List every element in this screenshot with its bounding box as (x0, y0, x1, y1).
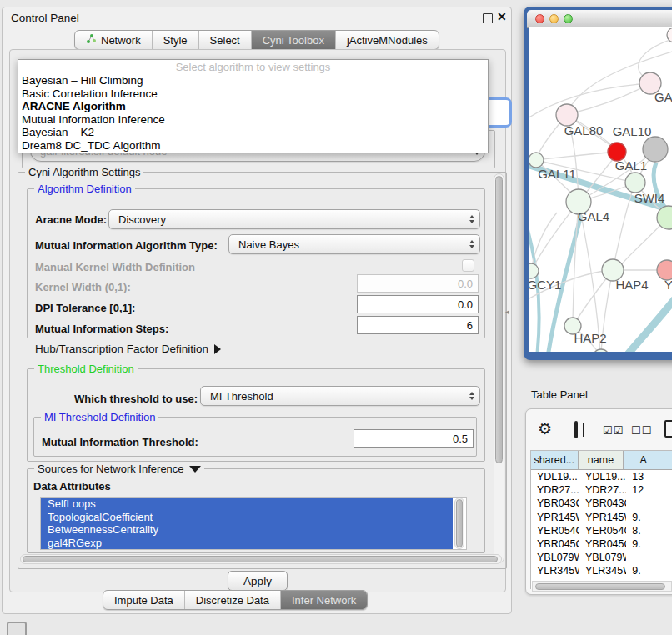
table-cell: YDR27... (531, 483, 579, 497)
algorithm-option-aracne-algorithm[interactable]: ARACNE Algorithm (18, 100, 488, 113)
table-horizontal-scrollbar-thumb[interactable] (535, 583, 665, 590)
attributes-scrollbar-thumb[interactable] (456, 499, 463, 548)
attribute-item-selfloops[interactable]: SelfLoops (41, 498, 453, 511)
kernel-width-input[interactable]: 0.0 (357, 274, 479, 292)
split-columns-icon[interactable] (574, 421, 578, 438)
desktop: { "colors": { "selection_blue": "#3c68c6… (0, 0, 672, 635)
hub-definition-label: Hub/Transcription Factor Definition (35, 342, 208, 355)
select-all-checkboxes-icon[interactable]: ☑☑ (603, 424, 624, 437)
table-row[interactable]: YLR345WYLR345W9. (531, 564, 672, 578)
column-header-shared[interactable]: shared... (531, 451, 579, 469)
table-row[interactable]: YPR145WYPR145W9. (531, 511, 672, 524)
network-window: GAL7GAL80GAL10GAL11GAL1SWI4GAL4GCY1HAP4Y… (524, 7, 672, 360)
aracne-mode-label: Aracne Mode: (35, 213, 107, 226)
attribute-item-gal4rgexp[interactable]: gal4RGexp (41, 537, 453, 550)
tab-label: Discretize Data (196, 594, 269, 607)
aracne-mode-combo[interactable]: Discovery (108, 209, 480, 229)
network-node-label: GAL7 (654, 90, 672, 104)
network-node-label: HAP2 (574, 331, 606, 345)
settings-horizontal-scrollbar[interactable] (20, 554, 502, 564)
data-attributes-label: Data Attributes (33, 480, 111, 492)
network-canvas[interactable]: GAL7GAL80GAL10GAL11GAL1SWI4GAL4GCY1HAP4Y… (529, 27, 672, 352)
table-cell: 9. (626, 538, 672, 551)
mi-steps-input[interactable]: 6 (357, 316, 479, 334)
network-node-gal11[interactable] (529, 152, 544, 168)
network-node-label: Y (664, 278, 672, 292)
network-node-gal1[interactable] (625, 172, 645, 192)
table-body: YDL19...YDL19...13YDR27...YDR27...12YBR0… (531, 470, 672, 589)
table-row[interactable]: YDR27...YDR27...12 (531, 483, 672, 497)
cyni-tab-impute-data[interactable]: Impute Data (103, 591, 184, 609)
gear-icon[interactable]: ⚙ (538, 419, 552, 438)
algorithm-option-bayesian-k2[interactable]: Bayesian – K2 (18, 126, 488, 139)
cyni-bottom-tabbar: Impute DataDiscretize DataInfer Network (103, 590, 368, 610)
deselect-all-checkboxes-icon[interactable]: ☐☐ (631, 424, 652, 437)
settings-vertical-scrollbar[interactable] (494, 173, 504, 563)
tab-style[interactable]: Style (152, 31, 198, 49)
network-window-titlebar[interactable] (527, 10, 672, 28)
table-cell: YER054C (531, 524, 579, 538)
network-node-label: GAL1 (615, 158, 647, 172)
manual-kernel-width-label: Manual Kernel Width Definition (35, 261, 195, 273)
manual-kernel-width-checkbox[interactable] (462, 259, 474, 272)
splitter-arrow-icon[interactable]: ◂ (505, 308, 509, 316)
mi-algorithm-type-label: Mutual Information Algorithm Type: (35, 239, 218, 252)
table-cell (626, 497, 672, 510)
table-cell: YBL079W (579, 551, 626, 564)
algorithm-option-bayesian-hill-climbing[interactable]: Bayesian – Hill Climbing (18, 74, 488, 88)
settings-vertical-scrollbar-thumb[interactable] (495, 176, 503, 463)
hub-definition-section[interactable]: Hub/Transcription Factor Definition (35, 342, 221, 355)
tab-select[interactable]: Select (198, 31, 251, 49)
minimize-traffic-light-icon[interactable] (549, 14, 559, 23)
table-row[interactable]: YDL19...YDL19...13 (531, 470, 672, 483)
tab-cyni-toolbox[interactable]: Cyni Toolbox (251, 31, 335, 49)
table-cell: YBR045C (531, 538, 579, 551)
network-node-gcy1[interactable] (529, 263, 539, 278)
cyni-tab-infer-network[interactable]: Infer Network (280, 591, 367, 609)
table-cell: YBR045C (579, 538, 626, 551)
algorithm-option-basic-correlation-inference[interactable]: Basic Correlation Inference (18, 88, 488, 101)
settings-horizontal-scrollbar-thumb[interactable] (23, 556, 498, 562)
tab-label: Impute Data (114, 594, 173, 607)
float-window-icon[interactable] (483, 13, 493, 23)
table-row[interactable]: YER054CYER054C8. (531, 524, 672, 538)
apply-button[interactable]: Apply (228, 571, 288, 591)
column-header-name[interactable]: name (579, 451, 624, 469)
control-panel-title: Control Panel (11, 12, 79, 24)
cyni-tab-discretize-data[interactable]: Discretize Data (184, 591, 280, 609)
tab-label: Select (210, 34, 240, 47)
mi-threshold-input[interactable]: 0.5 (354, 429, 474, 448)
close-window-icon[interactable]: ✕ (497, 10, 507, 23)
zoom-traffic-light-icon[interactable] (564, 14, 573, 23)
attribute-item-betweennesscentrality[interactable]: BetweennessCentrality (41, 523, 453, 537)
algorithm-option-dream8-dc-tdc-algorithm[interactable]: Dream8 DC_TDC Algorithm (18, 139, 488, 152)
network-node[interactable] (593, 349, 609, 352)
network-node-label: GAL80 (564, 123, 604, 138)
table-row[interactable]: YBL079WYBL079W (531, 551, 672, 564)
sources-legend-wrap[interactable]: Sources for Network Inference (34, 462, 204, 475)
tab-network[interactable]: Network (75, 31, 152, 49)
cyni-toolbox-panel: galFiltered.sif default node Select algo… (9, 49, 506, 592)
table-row[interactable]: YBR043CYBR043C (531, 497, 672, 510)
tab-jactivemnodules[interactable]: jActiveMNodules (335, 31, 439, 49)
network-tab-icon (86, 33, 97, 47)
file-icon[interactable] (664, 420, 672, 438)
algorithm-dropdown-popup: Select algorithm to view settings Bayesi… (18, 59, 489, 153)
which-threshold-combo[interactable]: MI Threshold (200, 386, 480, 406)
table-horizontal-scrollbar[interactable] (532, 581, 672, 592)
which-threshold-label: Which threshold to use: (74, 392, 198, 405)
table-cell: YDL19... (579, 470, 626, 483)
mi-algorithm-type-combo[interactable]: Naive Bayes (228, 234, 480, 254)
attributes-scrollbar[interactable] (454, 498, 464, 549)
column-header-a[interactable]: A (624, 451, 672, 469)
tab-label: jActiveMNodules (347, 34, 428, 47)
attribute-item-topologicalcoefficient[interactable]: TopologicalCoefficient (41, 511, 453, 524)
table-row[interactable]: YBR045CYBR045C9. (531, 538, 672, 551)
dpi-tolerance-input[interactable]: 0.0 (357, 295, 479, 313)
algorithm-option-mutual-information-inference[interactable]: Mutual Information Inference (18, 113, 488, 127)
collapsed-panel-icon[interactable] (7, 622, 27, 635)
close-traffic-light-icon[interactable] (535, 14, 544, 23)
data-attributes-list[interactable]: SelfLoopsTopologicalCoefficientBetweenne… (40, 497, 467, 550)
combo-stepper-icon (469, 210, 474, 228)
network-node-label: HAP4 (615, 278, 648, 292)
